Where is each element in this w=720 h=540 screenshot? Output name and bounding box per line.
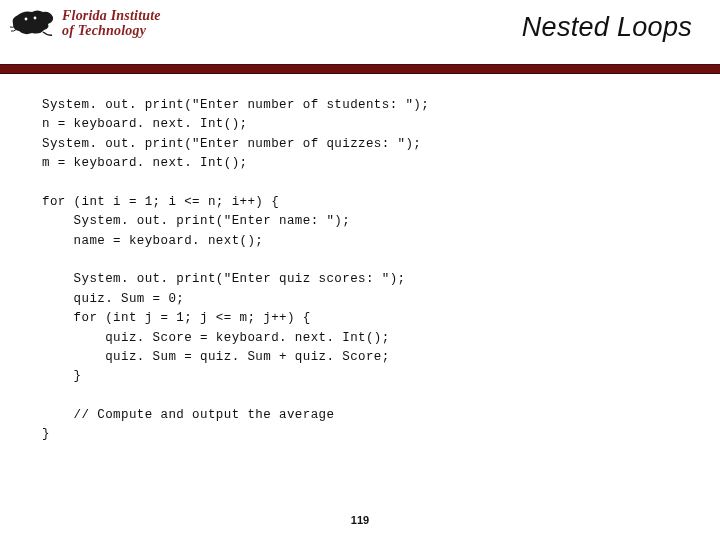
- svg-point-0: [25, 18, 28, 21]
- institution-line2: of Technology: [62, 24, 161, 38]
- slide-body: System. out. print("Enter number of stud…: [0, 74, 720, 445]
- header: Florida Institute of Technology Nested L…: [0, 0, 720, 62]
- page-number: 119: [0, 514, 720, 526]
- slide-title: Nested Loops: [522, 12, 692, 43]
- header-divider: [0, 64, 720, 74]
- institution-line1: Florida Institute: [62, 9, 161, 23]
- logo-block: Florida Institute of Technology: [10, 6, 161, 40]
- svg-point-1: [34, 17, 37, 20]
- code-block: System. out. print("Enter number of stud…: [42, 96, 720, 445]
- panther-icon: [10, 6, 56, 40]
- slide: Florida Institute of Technology Nested L…: [0, 0, 720, 540]
- institution-name: Florida Institute of Technology: [62, 9, 161, 38]
